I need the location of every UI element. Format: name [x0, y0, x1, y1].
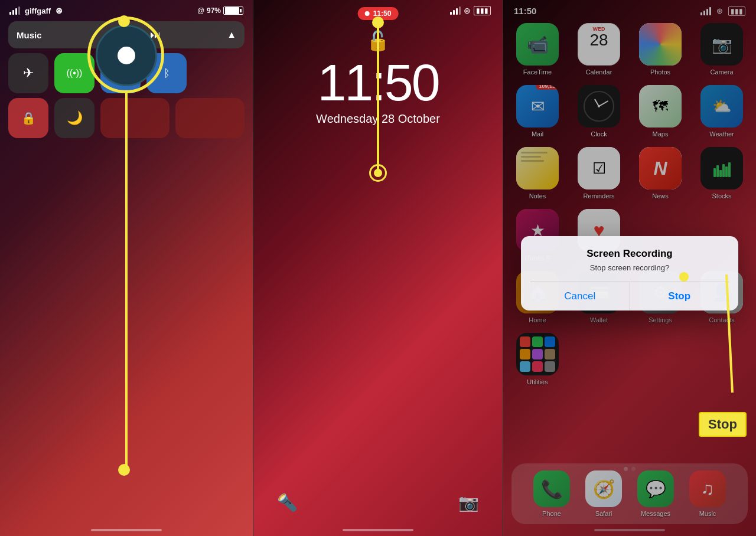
- yellow-dot-bottom: [118, 464, 130, 476]
- lock-status-right: ⊛ ▮▮▮: [450, 6, 491, 15]
- flashlight-lock-button[interactable]: 🔦: [277, 493, 298, 512]
- lock-yellow-dot-inner: [374, 169, 382, 177]
- home-indicator: [91, 529, 162, 531]
- lock-battery: ▮▮▮: [474, 6, 491, 15]
- rotate-lock-button[interactable]: 🔒: [8, 98, 48, 138]
- screen-record-big-button[interactable]: [96, 25, 157, 86]
- cc-box-3[interactable]: [100, 98, 170, 138]
- signal-bars: [9, 6, 20, 15]
- stop-annotation-label: Stop: [699, 412, 747, 437]
- cc-dark-boxes: [100, 98, 245, 138]
- dialog-subtitle: Stop screen recording?: [530, 263, 729, 272]
- moon-icon: 🌙: [67, 110, 83, 126]
- cc-row-2: 🔒 🌙: [8, 98, 245, 138]
- dialog-cancel-button[interactable]: Cancel: [530, 282, 630, 311]
- airplane-icon: ✈: [23, 66, 34, 81]
- cc-box-4[interactable]: [175, 98, 245, 138]
- yellow-dot-top: [118, 15, 130, 27]
- cellular-button[interactable]: ((•)): [54, 53, 94, 93]
- carrier-name: giffgaff: [25, 6, 51, 15]
- lock-wifi: ⊛: [464, 6, 471, 15]
- music-title: Music: [17, 30, 42, 40]
- camera-lock-button[interactable]: 📷: [458, 493, 479, 512]
- cellular-icon: ((•)): [67, 68, 83, 79]
- lock-yellow-dot-top: [372, 17, 384, 28]
- rec-dot: [365, 11, 370, 16]
- status-right: @ 97%: [197, 6, 243, 15]
- dialog-stop-button[interactable]: Stop: [630, 282, 729, 311]
- bluetooth-icon: ᛒ: [164, 67, 170, 80]
- lock-screen-panel: ⊛ ▮▮▮ 11:50 🔓 11:50 Wednesday 28 October…: [253, 0, 503, 536]
- airplane-mode-button[interactable]: ✈: [8, 53, 48, 93]
- dialog-title: Screen Recording: [530, 248, 729, 260]
- at-symbol: @: [197, 6, 204, 15]
- airplay-button[interactable]: ▲: [227, 30, 236, 40]
- dialog-buttons: Cancel Stop: [530, 282, 729, 311]
- battery-indicator: [223, 6, 243, 15]
- lock-bottom-bar: 🔦 📷: [253, 493, 503, 512]
- control-center-panel: giffgaff ⊛ @ 97% Music ⏮ ▶ ⏭ ▲ ✈ ((•)): [0, 0, 253, 536]
- battery-percent: 97%: [207, 6, 221, 15]
- status-left: giffgaff ⊛: [9, 6, 63, 15]
- lock-yellow-dot-bottom: [369, 164, 387, 182]
- rotate-lock-icon: 🔒: [21, 111, 36, 125]
- lock-home-indicator: [343, 529, 413, 531]
- lock-yellow-line: [377, 27, 379, 174]
- home-screen-panel: 11:50 ⊛ ▮▮▮ 📹 FaceTime WED 28: [503, 0, 756, 536]
- wifi-status: ⊛: [56, 6, 63, 15]
- lock-signal: [450, 6, 461, 15]
- stop-annotation-text: Stop: [708, 417, 737, 432]
- screen-recording-dialog: Screen Recording Stop screen recording? …: [521, 236, 738, 311]
- stop-yellow-dot: [679, 272, 689, 282]
- do-not-disturb-button[interactable]: 🌙: [54, 98, 94, 138]
